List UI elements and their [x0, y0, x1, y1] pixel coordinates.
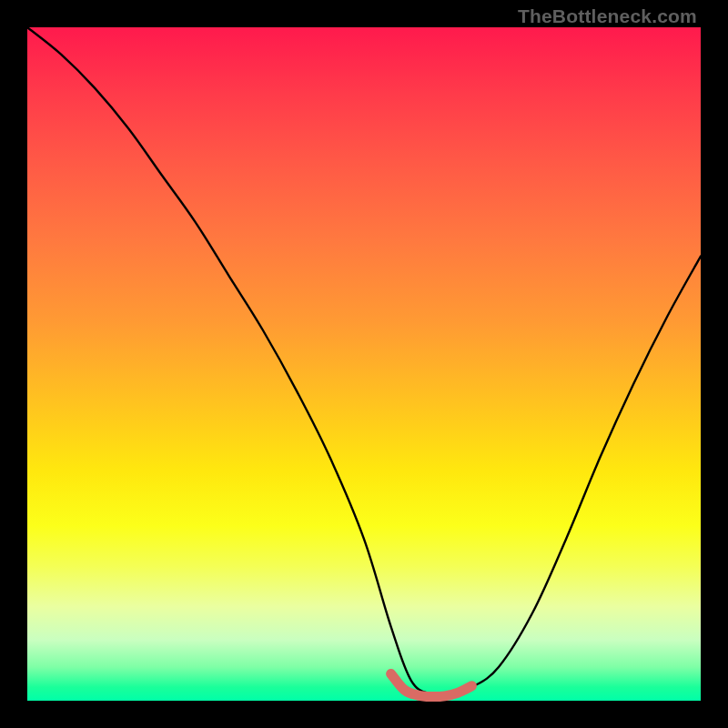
plot-area	[27, 27, 701, 701]
optimal-band-highlight	[391, 673, 472, 696]
bottleneck-curve	[27, 27, 701, 695]
watermark-text: TheBottleneck.com	[518, 5, 697, 27]
chart-frame: TheBottleneck.com	[0, 0, 728, 728]
chart-svg	[27, 27, 701, 701]
